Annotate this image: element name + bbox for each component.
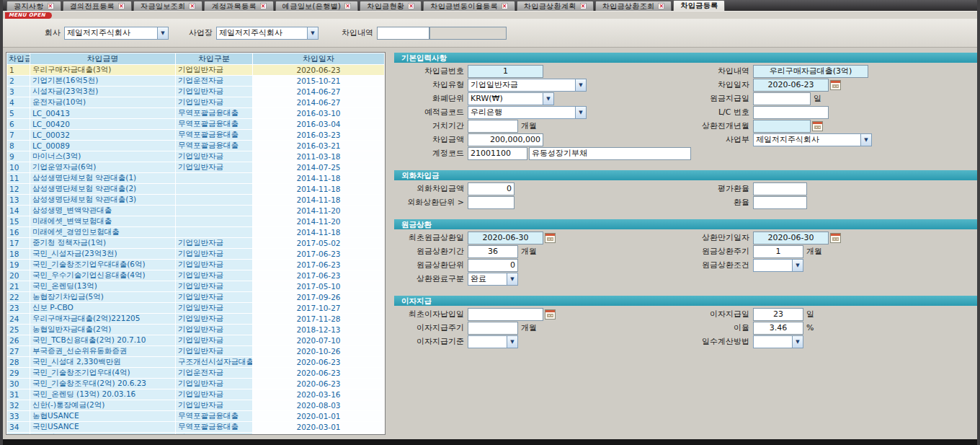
loan-date-field[interactable]: 2020-06-23	[753, 79, 829, 92]
cell-code[interactable]: 34	[7, 422, 30, 433]
cell-type[interactable]: 기업일반자금	[176, 303, 253, 314]
chevron-down-icon[interactable]: ▼	[543, 93, 553, 105]
pre-repay-ym-field[interactable]	[753, 120, 811, 133]
cell-name[interactable]: 국민_우수기술기업신용대출(4억)	[30, 270, 176, 281]
cell-date[interactable]: 2014-06-27	[253, 97, 385, 108]
cell-name[interactable]: 시설자금(23억3천)	[30, 87, 176, 97]
grace-period-field[interactable]	[468, 120, 518, 133]
cell-date[interactable]: 2018-12-13	[253, 325, 385, 335]
cell-code[interactable]: 4	[7, 97, 30, 108]
cell-type[interactable]	[176, 195, 253, 206]
repay-complete-status-select[interactable]: 완료▼	[468, 273, 518, 286]
cell-code[interactable]: 20	[7, 270, 30, 281]
table-row[interactable]: 22농협장기차입금(5억)기업일반자금2017-09-26	[7, 292, 385, 303]
cell-code[interactable]: 26	[7, 335, 30, 346]
calendar-icon[interactable]	[812, 121, 823, 131]
table-row[interactable]: 1우리구매자금대출(3억)기업일반자금2020-06-23	[7, 65, 385, 76]
first-interest-pay-date-field[interactable]	[468, 308, 543, 321]
cell-date[interactable]: 2014-11-18	[253, 173, 385, 184]
table-row[interactable]: 35하나대출260백만원 20.11.17기업일반자금2020-11-17	[7, 433, 385, 436]
table-row[interactable]: 11삼성생명단체보험 약관대출(1)2014-11-18	[7, 173, 385, 184]
cell-code[interactable]: 7	[7, 130, 30, 141]
cell-type[interactable]	[176, 227, 253, 238]
interest-rate-field[interactable]: 3.46	[753, 322, 803, 335]
cell-name[interactable]: 운전자금(10억)	[30, 97, 176, 108]
chevron-down-icon[interactable]: ▼	[860, 134, 871, 146]
interest-pay-basis-select[interactable]: ▼	[468, 335, 518, 348]
cell-type[interactable]: 기업일반자금	[176, 325, 253, 335]
exchange-rate-field[interactable]	[753, 196, 807, 209]
cell-type[interactable]: 기업운전자금	[176, 368, 253, 379]
cell-name[interactable]: 기업기본(16억5천)	[30, 76, 176, 87]
cell-date[interactable]: 2014-11-20	[253, 216, 385, 227]
tab-loan-variable-rate[interactable]: 차입금변동이율등록×	[423, 1, 515, 11]
cell-date[interactable]: 2016-03-10	[253, 108, 385, 119]
tab-loan-repayment-inquiry[interactable]: 차입금상환조회×	[595, 1, 672, 11]
table-row[interactable]: 17중기청 정책자금(1억)기업일반자금2017-05-02	[7, 238, 385, 249]
cell-name[interactable]: 삼성생명_변액약관대출	[30, 206, 176, 216]
cell-type[interactable]: 기업일반자금	[176, 346, 253, 357]
cell-code[interactable]: 21	[7, 281, 30, 292]
cell-name[interactable]: 국민USANCE	[30, 422, 176, 433]
cell-code[interactable]: 19	[7, 260, 30, 270]
tab-close-icon[interactable]: ×	[260, 3, 267, 9]
cell-type[interactable]: 기업일반자금	[176, 97, 253, 108]
cell-code[interactable]: 8	[7, 141, 30, 151]
cell-code[interactable]: 35	[7, 433, 30, 436]
first-principal-repay-date-field[interactable]: 2020-06-30	[468, 232, 543, 244]
tab-close-icon[interactable]: ×	[502, 3, 508, 9]
cell-code[interactable]: 32	[7, 400, 30, 411]
cell-code[interactable]: 22	[7, 292, 30, 303]
cell-name[interactable]: 국민_시설자금(23억3천)	[30, 249, 176, 260]
cell-type[interactable]: 기업일반자금	[176, 87, 253, 97]
cell-name[interactable]: 국민_기술창조기업우대대출(6억)	[30, 260, 176, 270]
table-row[interactable]: 24우리구매자금대출(2억)221205기업일반자금2017-11-28	[7, 314, 385, 325]
chevron-down-icon[interactable]: ▼	[507, 273, 517, 285]
cell-code[interactable]: 9	[7, 151, 30, 162]
cell-type[interactable]: 기업운전자금	[176, 76, 253, 87]
cell-type[interactable]: 무역포괄금융대출	[176, 108, 253, 119]
cell-type[interactable]: 기업일반자금	[176, 379, 253, 389]
cell-code[interactable]: 3	[7, 87, 30, 97]
chevron-down-icon[interactable]: ▼	[792, 260, 803, 271]
cell-name[interactable]: LC_00089	[30, 141, 176, 151]
loan-type-select[interactable]: 기업일반자금▼	[468, 79, 587, 92]
cell-name[interactable]: 국민_TCB신용대출(2억) 20.7.10	[30, 335, 176, 346]
company-select[interactable]: 제일저지주식회사 ▼	[64, 27, 169, 40]
cell-date[interactable]: 2017-06-23	[253, 260, 385, 270]
cell-name[interactable]: 미래에셋_경영인보험대출	[30, 227, 176, 238]
cell-type[interactable]: 기업일반자금	[176, 281, 253, 292]
cell-date[interactable]: 2016-03-04	[253, 119, 385, 130]
cell-date[interactable]: 2011-03-18	[253, 151, 385, 162]
cell-code[interactable]: 31	[7, 389, 30, 400]
cell-code[interactable]: 18	[7, 249, 30, 260]
tab-notice[interactable]: 공지사항×	[6, 1, 61, 11]
cell-name[interactable]: 신한(-)통장예금(2억)	[30, 400, 176, 411]
fx-loan-amount-field[interactable]: 0	[468, 182, 514, 195]
cell-name[interactable]: LC_00420	[30, 119, 176, 130]
cell-code[interactable]: 14	[7, 206, 30, 216]
cell-type[interactable]: 기업일반자금	[176, 151, 253, 162]
lc-number-field[interactable]	[753, 106, 829, 119]
cell-name[interactable]: 농협USANCE	[30, 411, 176, 422]
cell-date[interactable]: 2020-08-03	[253, 400, 385, 411]
cell-name[interactable]: 삼성생명단체보험 약관대출(1)	[30, 173, 176, 184]
principal-repay-condition-select[interactable]: ▼	[753, 259, 803, 272]
loan-number-field[interactable]: 1	[468, 65, 543, 78]
cell-code[interactable]: 11	[7, 173, 30, 184]
cell-type[interactable]: 기업일반자금	[176, 238, 253, 249]
cell-type[interactable]: 기업일반자금	[176, 260, 253, 270]
cell-date[interactable]: 2020-01-01	[253, 411, 385, 422]
interest-pay-cycle-field[interactable]	[468, 322, 518, 335]
cell-date[interactable]: 2014-07-25	[253, 162, 385, 173]
cell-type[interactable]	[176, 184, 253, 195]
table-row[interactable]: 2기업기본(16억5천)기업운전자금2015-10-21	[7, 76, 385, 87]
cell-code[interactable]: 24	[7, 314, 30, 325]
tab-close-icon[interactable]: ×	[580, 3, 587, 9]
chevron-down-icon[interactable]: ▼	[575, 107, 586, 118]
cell-date[interactable]: 2020-06-23	[253, 357, 385, 368]
chevron-down-icon[interactable]: ▼	[157, 27, 168, 39]
cell-date[interactable]: 2020-07-10	[253, 335, 385, 346]
table-row[interactable]: 31국민_온렌딩 (13억) 20.03.16기업일반자금2020-03-16	[7, 389, 385, 400]
cell-type[interactable]: 기업일반자금	[176, 400, 253, 411]
